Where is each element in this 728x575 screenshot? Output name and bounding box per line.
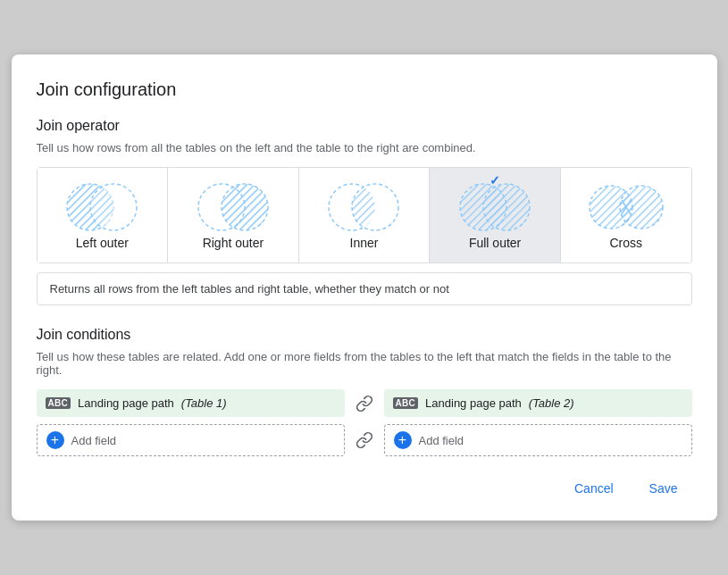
- left-outer-label: Left outer: [76, 236, 129, 250]
- join-operator-description: Tell us how rows from all the tables on …: [37, 141, 692, 154]
- join-option-inner[interactable]: Inner: [299, 168, 431, 262]
- right-field-name: Landing page path: [425, 396, 522, 410]
- join-option-cross[interactable]: Cross: [561, 168, 691, 262]
- dialog-footer: Cancel Save: [37, 474, 692, 503]
- right-add-field-plus-icon: +: [394, 431, 412, 449]
- right-field-box[interactable]: ABC Landing page path (Table 2): [384, 389, 692, 417]
- join-option-full-outer[interactable]: ✓ Full outer: [430, 168, 561, 262]
- left-add-field-plus-icon: +: [46, 431, 64, 449]
- join-selected-description: Returns all rows from the left tables an…: [37, 272, 692, 305]
- join-conditions-section: Join conditions Tell us how these tables…: [37, 327, 692, 456]
- save-button[interactable]: Save: [635, 474, 692, 503]
- left-add-field-box[interactable]: + Add field: [37, 424, 345, 456]
- join-conditions-title: Join conditions: [37, 327, 692, 343]
- cancel-button[interactable]: Cancel: [560, 474, 628, 503]
- link-icon-top: [352, 395, 377, 412]
- left-field-name: Landing page path: [78, 396, 174, 410]
- cross-venn-icon: [577, 179, 675, 236]
- right-outer-venn-icon: [184, 179, 282, 236]
- right-field-abc-badge: ABC: [393, 397, 419, 409]
- dialog-title: Join configuration: [37, 79, 692, 100]
- right-field-table: (Table 2): [529, 396, 574, 410]
- join-configuration-dialog: Join configuration Join operator Tell us…: [12, 54, 717, 521]
- full-outer-label: Full outer: [469, 236, 521, 250]
- left-add-field-label: Add field: [71, 434, 117, 447]
- svg-point-8: [222, 184, 268, 230]
- right-add-field-box[interactable]: + Add field: [384, 424, 692, 456]
- inner-label: Inner: [350, 236, 379, 250]
- inner-venn-icon: [314, 179, 413, 236]
- right-outer-label: Right outer: [203, 236, 264, 250]
- right-add-field-label: Add field: [419, 434, 464, 447]
- join-conditions-description: Tell us how these tables are related. Ad…: [37, 350, 692, 377]
- left-outer-venn-icon: [53, 179, 151, 236]
- join-operator-title: Join operator: [37, 118, 692, 134]
- fields-row: ABC Landing page path (Table 1) ABC Land…: [37, 389, 692, 417]
- join-option-left-outer[interactable]: Left outer: [38, 168, 169, 262]
- left-field-table: (Table 1): [181, 396, 227, 410]
- cross-label: Cross: [609, 236, 642, 250]
- join-options-container: Left outer Right outer: [37, 167, 692, 263]
- join-option-right-outer[interactable]: Right outer: [168, 168, 299, 262]
- svg-point-16: [483, 184, 530, 230]
- link-icon-bottom: [352, 431, 377, 449]
- left-field-abc-badge: ABC: [46, 397, 71, 409]
- selected-checkmark: ✓: [490, 173, 500, 188]
- add-field-row: + Add field + Add field: [37, 424, 692, 456]
- svg-point-4: [67, 184, 113, 230]
- left-field-box[interactable]: ABC Landing page path (Table 1): [37, 389, 345, 417]
